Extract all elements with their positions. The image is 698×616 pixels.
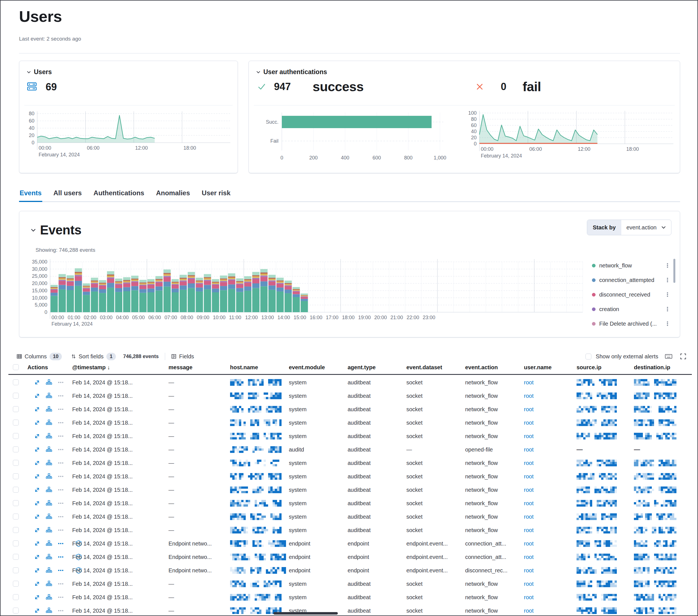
- stack-by-select[interactable]: event.action: [621, 220, 671, 235]
- user-name-cell[interactable]: root: [524, 581, 533, 587]
- analyzer-icon[interactable]: [46, 420, 52, 426]
- user-name-cell[interactable]: root: [524, 433, 533, 440]
- analyzer-icon[interactable]: [46, 500, 52, 506]
- keyboard-icon[interactable]: [665, 354, 672, 359]
- row-checkbox[interactable]: [13, 473, 19, 479]
- expand-event-icon[interactable]: [34, 568, 40, 573]
- horizontal-scrollbar[interactable]: [274, 612, 338, 615]
- expand-event-icon[interactable]: [34, 514, 40, 520]
- more-actions-icon[interactable]: [58, 583, 64, 585]
- fullscreen-icon[interactable]: [680, 353, 686, 359]
- more-actions-icon[interactable]: [58, 462, 64, 464]
- user-name-cell[interactable]: root: [524, 446, 533, 453]
- legend-item-disconnect_received[interactable]: disconnect_received: [592, 287, 676, 302]
- user-name-cell[interactable]: root: [524, 567, 533, 574]
- collapse-chevron-icon[interactable]: [256, 70, 261, 74]
- collapse-chevron-icon[interactable]: [27, 70, 31, 74]
- analyzer-icon[interactable]: [46, 594, 52, 600]
- row-checkbox[interactable]: [13, 406, 19, 412]
- column-header-eventaction[interactable]: event.action: [465, 364, 498, 371]
- analyzer-icon[interactable]: [46, 473, 52, 479]
- legend-item-network_flow[interactable]: network_flow: [592, 258, 676, 273]
- more-actions-icon[interactable]: [58, 448, 64, 451]
- column-header-timestamp[interactable]: @timestamp ↓: [72, 364, 110, 371]
- column-header-Actions[interactable]: Actions: [27, 364, 48, 371]
- tab-anomalies[interactable]: Anomalies: [155, 187, 190, 201]
- user-name-cell[interactable]: root: [524, 607, 533, 614]
- row-checkbox[interactable]: [13, 554, 19, 560]
- user-name-cell[interactable]: root: [524, 460, 533, 466]
- legend-item-menu-icon[interactable]: [667, 321, 668, 326]
- expand-event-icon[interactable]: [34, 594, 40, 600]
- analyzer-icon[interactable]: [46, 379, 52, 386]
- expand-event-icon[interactable]: [34, 554, 40, 560]
- row-checkbox[interactable]: [13, 393, 19, 399]
- expand-event-icon[interactable]: [34, 581, 40, 587]
- row-checkbox[interactable]: [13, 446, 19, 452]
- more-actions-icon[interactable]: [58, 516, 64, 518]
- user-name-cell[interactable]: root: [524, 406, 533, 413]
- row-checkbox[interactable]: [13, 433, 19, 439]
- user-name-cell[interactable]: root: [524, 393, 533, 399]
- more-actions-icon[interactable]: [58, 502, 64, 504]
- user-name-cell[interactable]: root: [524, 514, 533, 520]
- user-name-cell[interactable]: root: [524, 500, 533, 506]
- tab-events[interactable]: Events: [19, 187, 42, 201]
- select-all-checkbox[interactable]: [13, 364, 19, 370]
- more-actions-icon[interactable]: [58, 435, 64, 437]
- more-actions-icon[interactable]: [58, 421, 64, 424]
- tab-authentications[interactable]: Authentications: [93, 187, 145, 201]
- legend-item-filedeletearchived[interactable]: File Delete archived (...: [592, 316, 676, 329]
- row-checkbox[interactable]: [13, 514, 19, 519]
- analyzer-icon[interactable]: [46, 446, 52, 453]
- expand-event-icon[interactable]: [34, 608, 40, 614]
- row-checkbox[interactable]: [13, 420, 19, 426]
- user-name-cell[interactable]: root: [524, 554, 533, 560]
- column-header-username[interactable]: user.name: [524, 364, 552, 371]
- more-actions-icon[interactable]: [58, 610, 64, 612]
- legend-item-connection_attempted[interactable]: connection_attempted: [592, 273, 676, 287]
- row-checkbox[interactable]: [13, 460, 19, 466]
- row-checkbox[interactable]: [13, 500, 19, 506]
- row-checkbox[interactable]: [13, 379, 19, 385]
- expand-event-icon[interactable]: [34, 406, 40, 412]
- expand-event-icon[interactable]: [34, 447, 40, 453]
- expand-event-icon[interactable]: [34, 379, 40, 386]
- tab-user-risk[interactable]: User risk: [201, 187, 231, 201]
- sort-fields-button[interactable]: Sort fields 1: [71, 353, 116, 360]
- analyzer-icon[interactable]: [46, 527, 52, 533]
- analyzer-icon[interactable]: [46, 393, 52, 399]
- expand-event-icon[interactable]: [34, 541, 40, 547]
- row-checkbox[interactable]: [13, 527, 19, 533]
- column-header-destinationip[interactable]: destination.ip: [634, 364, 670, 371]
- analyzer-icon[interactable]: [46, 433, 52, 439]
- column-header-agenttype[interactable]: agent.type: [348, 364, 376, 371]
- more-actions-icon[interactable]: [58, 408, 64, 411]
- analyzer-icon[interactable]: [46, 554, 52, 560]
- fields-button[interactable]: Fields: [171, 353, 194, 360]
- analyzer-icon[interactable]: [46, 514, 52, 520]
- row-checkbox[interactable]: [13, 541, 19, 546]
- row-checkbox[interactable]: [13, 594, 19, 600]
- column-header-sourceip[interactable]: source.ip: [576, 364, 601, 371]
- expand-event-icon[interactable]: [34, 527, 40, 533]
- expand-event-icon[interactable]: [34, 500, 40, 506]
- user-name-cell[interactable]: root: [524, 527, 533, 533]
- column-header-hostname[interactable]: host.name: [230, 364, 258, 371]
- more-actions-icon[interactable]: [58, 395, 64, 397]
- more-actions-icon[interactable]: [58, 381, 64, 384]
- analyzer-icon[interactable]: [46, 607, 52, 614]
- user-name-cell[interactable]: root: [524, 541, 533, 547]
- analyzer-icon[interactable]: [46, 541, 52, 547]
- more-actions-icon[interactable]: [58, 556, 64, 558]
- analyzer-icon[interactable]: [46, 460, 52, 466]
- collapse-chevron-icon[interactable]: [30, 227, 36, 233]
- legend-item-menu-icon[interactable]: [667, 307, 668, 311]
- row-checkbox[interactable]: [13, 607, 19, 614]
- expand-event-icon[interactable]: [34, 393, 40, 399]
- more-actions-icon[interactable]: [58, 569, 64, 572]
- user-name-cell[interactable]: root: [524, 420, 533, 426]
- expand-event-icon[interactable]: [34, 487, 40, 493]
- more-actions-icon[interactable]: [58, 596, 64, 598]
- expand-event-icon[interactable]: [34, 460, 40, 466]
